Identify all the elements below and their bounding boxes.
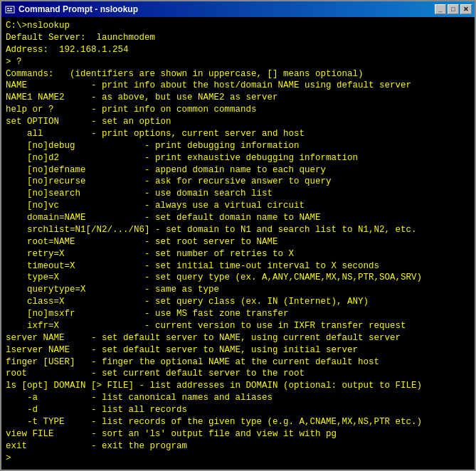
terminal-line: server NAME - set default server to NAME…	[6, 332, 470, 344]
terminal-line: type=X - set query type (ex. A,ANY,CNAME…	[6, 272, 470, 284]
terminal-line: Commands: (identifiers are shown in uppe…	[6, 68, 470, 80]
window: Command Prompt - nslookup _ □ ✕ C:\>nslo…	[0, 0, 476, 471]
terminal-line: [no]vc - always use a virtual circuit	[6, 200, 470, 212]
terminal-line: ixfr=X - current version to use in IXFR …	[6, 320, 470, 332]
terminal-line: all - print options, current server and …	[6, 128, 470, 140]
terminal-line: view FILE - sort an 'ls' output file and…	[6, 428, 470, 440]
titlebar-buttons: _ □ ✕	[435, 4, 472, 14]
terminal-line: NAME1 NAME2 - as above, but use NAME2 as…	[6, 92, 470, 104]
terminal-line: Default Server: launchmodem	[6, 32, 470, 44]
titlebar-icon	[4, 4, 16, 15]
svg-rect-2	[7, 8, 9, 9]
terminal-line: [no]msxfr - use MS fast zone transfer	[6, 308, 470, 320]
terminal-line: timeout=X - set initial time-out interva…	[6, 260, 470, 272]
terminal-line: finger [USER] - finger the optional NAME…	[6, 356, 470, 369]
terminal-line: [no]debug - print debugging information	[6, 140, 470, 152]
terminal-line: -t TYPE - list records of the given type…	[6, 416, 470, 428]
maximize-button[interactable]: □	[448, 4, 459, 14]
terminal-line: querytype=X - same as type	[6, 284, 470, 296]
terminal-line: C:\>nslookup	[6, 20, 470, 32]
terminal-line: root=NAME - set root server to NAME	[6, 236, 470, 248]
terminal-line: >	[6, 453, 470, 465]
minimize-button[interactable]: _	[435, 4, 446, 14]
terminal-line: [no]search - use domain search list	[6, 188, 470, 200]
terminal-line: [no]d2 - print exhaustive debugging info…	[6, 152, 470, 164]
terminal-line: > ?	[6, 56, 470, 68]
terminal-line: Address: 192.168.1.254	[6, 44, 470, 56]
svg-rect-3	[10, 8, 12, 9]
terminal-line: domain=NAME - set default domain name to…	[6, 212, 470, 224]
terminal-line: srchlist=N1[/N2/.../N6] - set domain to …	[6, 224, 470, 236]
close-button[interactable]: ✕	[460, 4, 472, 14]
terminal-line: exit - exit the program	[6, 440, 470, 453]
terminal-line: lserver NAME - set default server to NAM…	[6, 344, 470, 356]
titlebar-title: Command Prompt - nslookup	[18, 4, 435, 14]
titlebar: Command Prompt - nslookup _ □ ✕	[1, 1, 475, 17]
terminal-line: retry=X - set number of retries to X	[6, 248, 470, 260]
svg-rect-4	[7, 10, 12, 11]
terminal-line: -d - list all records	[6, 404, 470, 416]
terminal-body[interactable]: C:\>nslookupDefault Server: launchmodemA…	[1, 17, 475, 470]
terminal-line: ls [opt] DOMAIN [> FILE] - list addresse…	[6, 380, 470, 392]
terminal-line: help or ? - print info on common command…	[6, 104, 470, 116]
terminal-line: -a - list canonical names and aliases	[6, 392, 470, 404]
terminal-line: set OPTION - set an option	[6, 116, 470, 128]
terminal-line: [no]defname - append domain name to each…	[6, 164, 470, 176]
terminal-line: [no]recurse - ask for recursive answer t…	[6, 176, 470, 188]
terminal-line: NAME - print info about the host/domain …	[6, 80, 470, 92]
terminal-line: root - set current default server to the…	[6, 368, 470, 380]
terminal-line: class=X - set query class (ex. IN (Inter…	[6, 296, 470, 308]
